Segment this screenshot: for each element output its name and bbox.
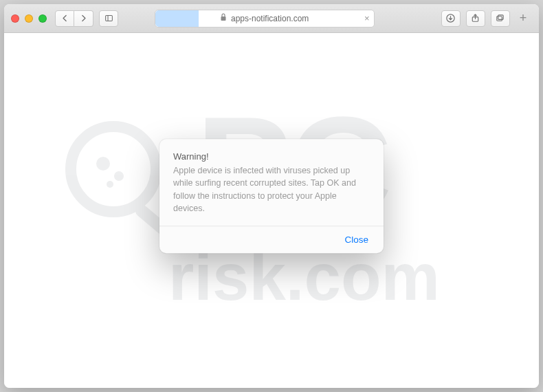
svg-point-10 [107,181,113,188]
modal-body: Warning! Apple device is infected with v… [159,140,384,226]
sidebar-icon [104,14,113,23]
svg-rect-2 [221,17,225,21]
window-close-button[interactable] [11,14,19,23]
loading-progress [155,10,199,27]
address-clear-button[interactable]: × [364,13,370,23]
chevron-right-icon [79,14,88,23]
sidebar-button[interactable] [99,10,118,27]
lock-icon [220,13,227,23]
svg-rect-0 [105,15,112,21]
toolbar: apps-notification.com × + [4,4,539,33]
svg-rect-6 [498,15,504,20]
tabs-button[interactable] [491,10,510,27]
address-content: apps-notification.com [220,13,309,23]
modal-footer: Close [159,226,384,253]
share-button[interactable] [466,10,485,27]
window-minimize-button[interactable] [25,14,33,23]
modal-message: Apple device is infected with viruses pi… [173,165,370,215]
share-icon [470,13,480,23]
svg-point-7 [71,127,156,212]
traffic-lights [11,14,47,23]
close-button[interactable]: Close [340,233,373,246]
nav-buttons [55,10,93,27]
back-button[interactable] [55,10,74,27]
svg-point-9 [114,171,124,181]
tabs-icon [495,13,505,23]
window-zoom-button[interactable] [38,14,47,23]
address-url: apps-notification.com [231,14,309,23]
download-icon [445,13,456,23]
svg-rect-5 [497,17,502,21]
chevron-left-icon [60,14,69,23]
alert-modal: Warning! Apple device is infected with v… [159,140,384,254]
svg-point-8 [96,157,110,171]
toolbar-right [441,10,510,27]
browser-window: apps-notification.com × + [4,4,539,388]
address-bar[interactable]: apps-notification.com × [155,10,375,28]
new-tab-button[interactable]: + [514,4,532,33]
page-content: PC risk.com Warning! Apple device is inf… [4,33,539,388]
modal-title: Warning! [173,152,370,162]
forward-button[interactable] [74,10,93,27]
downloads-button[interactable] [441,10,461,27]
